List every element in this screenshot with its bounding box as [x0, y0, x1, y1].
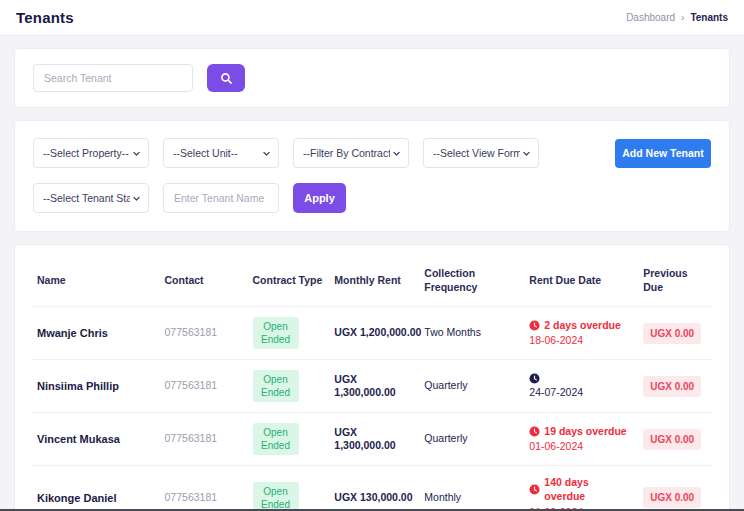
collection-frequency: Two Months: [418, 307, 523, 360]
contract-type-badge: Open Ended: [253, 317, 299, 349]
previous-due-badge: UGX 0.00: [643, 487, 701, 508]
due-date: 24-07-2024: [529, 386, 631, 400]
clock-icon: [529, 426, 540, 437]
column-header: Contact: [159, 255, 247, 307]
contract-type-badge: Open Ended: [253, 423, 299, 455]
collection-frequency: Quarterly: [418, 360, 523, 413]
overdue-text: 2 days overdue: [544, 319, 620, 333]
tenant-name: Mwanje Chris: [31, 307, 159, 360]
column-header: Contract Type: [247, 255, 329, 307]
tenants-table: NameContactContract TypeMonthly RentColl…: [31, 255, 713, 511]
unit-select-value: --Select Unit--: [173, 147, 260, 159]
view-format-select[interactable]: --Select View Format: [423, 138, 539, 168]
table-row[interactable]: Kikonge Daniel 077563181 Open Ended UGX …: [31, 466, 713, 511]
rent-due-cell: 140 days overdue 01-02-2024: [523, 466, 637, 511]
tenant-status-select[interactable]: --Select Tenant Statu: [33, 183, 149, 213]
page-title: Tenants: [16, 9, 74, 26]
chevron-down-icon: [132, 149, 141, 158]
monthly-rent: UGX1,300,000.00: [328, 360, 418, 413]
view-format-select-value: --Select View Format: [433, 147, 520, 159]
search-button[interactable]: [207, 64, 245, 92]
breadcrumb-separator: ›: [681, 12, 684, 23]
table-row[interactable]: Vincent Mukasa 077563181 Open Ended UGX1…: [31, 413, 713, 466]
column-header: Monthly Rent: [328, 255, 418, 307]
filter-card: --Select Property-- --Select Unit-- --Fi…: [14, 120, 730, 232]
breadcrumb-current: Tenants: [690, 12, 728, 23]
column-header: Name: [31, 255, 159, 307]
topbar: Tenants Dashboard › Tenants: [0, 0, 744, 36]
page-content: --Select Property-- --Select Unit-- --Fi…: [0, 36, 744, 511]
column-header: Rent Due Date: [523, 255, 637, 307]
collection-frequency: Quarterly: [418, 413, 523, 466]
column-header: Collection Frequency: [418, 255, 523, 307]
tenant-name-input[interactable]: [163, 183, 279, 213]
search-input[interactable]: [33, 64, 193, 92]
tenants-table-card: NameContactContract TypeMonthly RentColl…: [14, 244, 730, 511]
tenant-name: Ninsiima Phillip: [31, 360, 159, 413]
clock-icon: [529, 484, 540, 495]
overdue-text: 19 days overdue: [544, 425, 626, 439]
breadcrumb: Dashboard › Tenants: [626, 12, 728, 23]
table-header-row: NameContactContract TypeMonthly RentColl…: [31, 255, 713, 307]
tenant-contact: 077563181: [159, 413, 247, 466]
chevron-down-icon: [392, 149, 401, 158]
rent-due-cell: 2 days overdue 18-06-2024: [523, 307, 637, 360]
monthly-rent: UGX1,300,000.00: [328, 413, 418, 466]
tenant-name: Kikonge Daniel: [31, 466, 159, 511]
tenant-status-select-value: --Select Tenant Statu: [43, 192, 130, 204]
due-date: 18-06-2024: [529, 334, 631, 348]
search-card: [14, 48, 730, 108]
monthly-rent: UGX 130,000.00: [328, 466, 418, 511]
contract-type-filter-value: --Filter By Contract Ty: [303, 147, 390, 159]
chevron-down-icon: [522, 149, 531, 158]
due-date: 01-02-2024: [529, 506, 631, 511]
table-row[interactable]: Ninsiima Phillip 077563181 Open Ended UG…: [31, 360, 713, 413]
collection-frequency: Monthly: [418, 466, 523, 511]
property-select[interactable]: --Select Property--: [33, 138, 149, 168]
column-header: Previous Due: [637, 255, 713, 307]
filter-row-2: --Select Tenant Statu Apply: [33, 183, 711, 213]
clock-icon: [529, 373, 540, 384]
add-new-tenant-button[interactable]: Add New Tenant: [615, 139, 711, 168]
monthly-rent: UGX 1,200,000.00: [328, 307, 418, 360]
contract-type-badge: Open Ended: [253, 482, 299, 511]
tenant-table-body: Mwanje Chris 077563181 Open Ended UGX 1,…: [31, 307, 713, 511]
apply-button[interactable]: Apply: [293, 183, 346, 213]
clock-icon: [529, 320, 540, 331]
rent-due-cell: 24-07-2024: [523, 360, 637, 413]
breadcrumb-dashboard-link[interactable]: Dashboard: [626, 12, 675, 23]
filter-row-1: --Select Property-- --Select Unit-- --Fi…: [33, 138, 711, 168]
contract-type-filter-select[interactable]: --Filter By Contract Ty: [293, 138, 409, 168]
tenant-contact: 077563181: [159, 360, 247, 413]
contract-type-badge: Open Ended: [253, 370, 299, 402]
property-select-value: --Select Property--: [43, 147, 130, 159]
overdue-text: 140 days overdue: [544, 476, 631, 503]
previous-due-badge: UGX 0.00: [643, 429, 701, 450]
tenant-name: Vincent Mukasa: [31, 413, 159, 466]
chevron-down-icon: [132, 194, 141, 203]
search-icon: [220, 72, 233, 85]
chevron-down-icon: [262, 149, 271, 158]
table-row[interactable]: Mwanje Chris 077563181 Open Ended UGX 1,…: [31, 307, 713, 360]
tenant-contact: 077563181: [159, 307, 247, 360]
rent-due-cell: 19 days overdue 01-06-2024: [523, 413, 637, 466]
previous-due-badge: UGX 0.00: [643, 376, 701, 397]
tenant-contact: 077563181: [159, 466, 247, 511]
unit-select[interactable]: --Select Unit--: [163, 138, 279, 168]
previous-due-badge: UGX 0.00: [643, 323, 701, 344]
due-date: 01-06-2024: [529, 440, 631, 454]
